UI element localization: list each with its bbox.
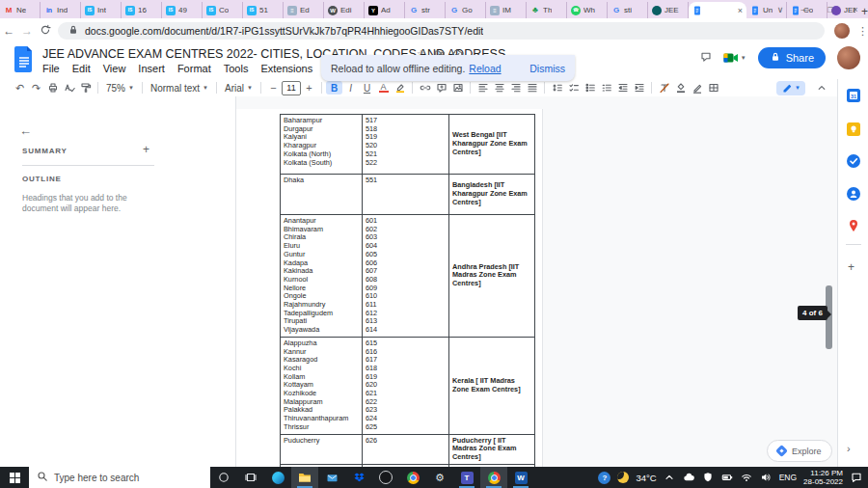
browser-profile-avatar[interactable] bbox=[834, 23, 850, 39]
browser-tab[interactable]: ISInt bbox=[81, 2, 122, 18]
explore-button[interactable]: Explore bbox=[767, 440, 832, 462]
close-outline-icon[interactable]: ← bbox=[19, 123, 32, 138]
taskbar-chrome-icon[interactable] bbox=[480, 467, 507, 488]
spellcheck-icon[interactable] bbox=[61, 81, 77, 95]
align-center-icon[interactable] bbox=[491, 81, 507, 95]
browser-tab[interactable]: IS16 bbox=[122, 2, 162, 18]
taskbar-settings-icon[interactable]: ⚙ bbox=[426, 467, 453, 488]
increase-font-size-icon[interactable]: + bbox=[301, 81, 317, 95]
account-avatar[interactable] bbox=[837, 46, 860, 69]
decrease-indent-icon[interactable] bbox=[614, 81, 631, 95]
browser-tab-active[interactable]: × bbox=[689, 2, 746, 18]
menu-format[interactable]: Format bbox=[177, 63, 211, 74]
wifi-icon[interactable] bbox=[741, 472, 753, 484]
language-indicator[interactable]: ENG bbox=[779, 473, 797, 482]
zoom-select[interactable]: 75%▼ bbox=[102, 83, 138, 94]
taskbar-search[interactable]: Type here to search bbox=[29, 467, 210, 488]
codes-cell[interactable]: 517 518 519 520 521 522 bbox=[363, 115, 449, 175]
taskbar-file-explorer-icon[interactable] bbox=[291, 467, 318, 488]
document-canvas[interactable]: Baharampur Durgapur Kalyani Kharagpur Ko… bbox=[236, 96, 837, 467]
google-keep-icon[interactable] bbox=[847, 122, 860, 136]
menu-tools[interactable]: Tools bbox=[224, 63, 249, 74]
zone-cell[interactable]: West Bengal [IIT Kharagpur Zone Exam Cen… bbox=[449, 115, 535, 175]
fill-color-icon[interactable] bbox=[672, 81, 689, 95]
align-right-icon[interactable] bbox=[507, 81, 524, 95]
underline-icon[interactable]: U bbox=[359, 81, 375, 95]
highlight-icon[interactable] bbox=[392, 81, 408, 95]
hide-menus-icon[interactable] bbox=[813, 81, 829, 95]
cities-cell[interactable]: Puducherry bbox=[281, 434, 363, 465]
google-maps-icon[interactable] bbox=[847, 219, 860, 232]
numbered-list-icon[interactable] bbox=[598, 81, 614, 95]
zone-cell[interactable]: Andhra Pradesh [IIT Madras Zone Exam Cen… bbox=[449, 215, 535, 338]
taskbar-task-view-icon[interactable] bbox=[237, 467, 264, 488]
codes-cell[interactable]: 626 bbox=[363, 434, 449, 465]
line-spacing-icon[interactable] bbox=[549, 81, 565, 95]
add-comment-icon[interactable] bbox=[433, 81, 449, 95]
browser-tab[interactable]: ≡IM bbox=[486, 2, 527, 18]
text-color-icon[interactable]: A bbox=[375, 81, 392, 95]
weather-icon[interactable] bbox=[617, 472, 629, 483]
taskbar-cortana-icon[interactable] bbox=[210, 467, 237, 488]
paint-format-icon[interactable] bbox=[77, 81, 94, 95]
browser-tab[interactable]: inInd bbox=[41, 2, 81, 18]
google-tasks-icon[interactable] bbox=[847, 154, 860, 168]
align-justify-icon[interactable] bbox=[524, 81, 540, 95]
comment-history-icon[interactable] bbox=[700, 49, 712, 67]
tab-close-icon[interactable]: × bbox=[738, 6, 743, 15]
bulleted-list-icon[interactable] bbox=[582, 81, 598, 95]
browser-tab[interactable]: ♣Th bbox=[527, 2, 567, 18]
taskbar-obs-icon[interactable] bbox=[372, 467, 399, 488]
border-color-icon[interactable] bbox=[689, 81, 705, 95]
shield-icon[interactable] bbox=[702, 472, 715, 484]
redo-icon[interactable]: ↷ bbox=[28, 81, 44, 95]
reload-link[interactable]: Reload bbox=[469, 63, 501, 74]
taskbar-teams-icon[interactable]: T bbox=[453, 467, 480, 488]
browser-tab[interactable]: GGo bbox=[446, 2, 486, 18]
add-summary-button[interactable]: + bbox=[143, 143, 149, 156]
share-button[interactable]: Share bbox=[758, 47, 826, 68]
browser-tab[interactable]: ≡Ed bbox=[284, 2, 324, 18]
zone-cell[interactable]: Puducherry [ IIT Madras Zone Exam Centre… bbox=[449, 434, 535, 465]
bold-icon[interactable]: B bbox=[326, 81, 342, 95]
google-contacts-icon[interactable] bbox=[847, 187, 860, 201]
table-grid-icon[interactable] bbox=[705, 81, 721, 95]
italic-icon[interactable]: I bbox=[342, 81, 359, 95]
taskbar-chrome-icon[interactable] bbox=[399, 467, 426, 488]
clock[interactable]: 11:26 PM 28-05-2022 bbox=[803, 469, 843, 486]
menu-insert[interactable]: Insert bbox=[138, 63, 165, 74]
decrease-font-size-icon[interactable]: − bbox=[265, 81, 282, 95]
volume-icon[interactable] bbox=[760, 472, 773, 484]
codes-cell[interactable]: 601 602 603 604 605 606 607 608 609 610 … bbox=[363, 215, 449, 338]
cities-cell[interactable]: Anantapur Bhimavaram Chirala Eluru Guntu… bbox=[281, 215, 363, 338]
browser-tab[interactable]: WEdi bbox=[324, 2, 365, 18]
taskbar-word-icon[interactable]: W bbox=[507, 467, 534, 488]
browser-tab[interactable]: ISCo bbox=[203, 2, 243, 18]
codes-cell[interactable]: 551 bbox=[363, 175, 449, 215]
taskbar-dropbox-icon[interactable] bbox=[345, 467, 372, 488]
increase-indent-icon[interactable] bbox=[631, 81, 647, 95]
browser-tab[interactable]: YAd bbox=[365, 2, 405, 18]
start-button[interactable] bbox=[0, 467, 29, 488]
codes-cell[interactable]: 615 616 617 618 619 620 621 622 623 624 … bbox=[363, 337, 449, 434]
tab-search-chevron-icon[interactable]: ∨ bbox=[768, 5, 793, 14]
minimize-icon[interactable]: — bbox=[793, 5, 818, 14]
browser-tab[interactable]: MNe bbox=[0, 2, 41, 18]
omnibox[interactable]: docs.google.com/document/d/1R7-iPG1ssytt… bbox=[58, 22, 825, 40]
hide-side-panel-icon[interactable]: › bbox=[847, 443, 851, 454]
zone-cell[interactable]: Kerala [ IIT Madras Zone Exam Centres] bbox=[449, 337, 535, 434]
link-icon[interactable] bbox=[417, 81, 433, 95]
checklist-icon[interactable] bbox=[565, 81, 582, 95]
cities-cell[interactable]: Alappuzha Kannur Kasaragod Kochi Kollam … bbox=[281, 337, 363, 434]
cities-cell[interactable]: Baharampur Durgapur Kalyani Kharagpur Ko… bbox=[281, 115, 363, 175]
temperature[interactable]: 34°C bbox=[636, 473, 656, 483]
paragraph-style-select[interactable]: Normal text▼ bbox=[147, 83, 212, 94]
editing-mode-button[interactable]: ▼ bbox=[776, 81, 805, 95]
meet-icon[interactable]: ▼ bbox=[723, 52, 746, 65]
menu-extensions[interactable]: Extensions bbox=[260, 63, 312, 74]
browser-tab[interactable]: IS49 bbox=[162, 2, 203, 18]
google-docs-logo-icon[interactable] bbox=[14, 46, 33, 76]
close-icon[interactable]: × bbox=[843, 5, 868, 14]
menu-edit[interactable]: Edit bbox=[72, 63, 91, 74]
align-left-icon[interactable] bbox=[475, 81, 491, 95]
